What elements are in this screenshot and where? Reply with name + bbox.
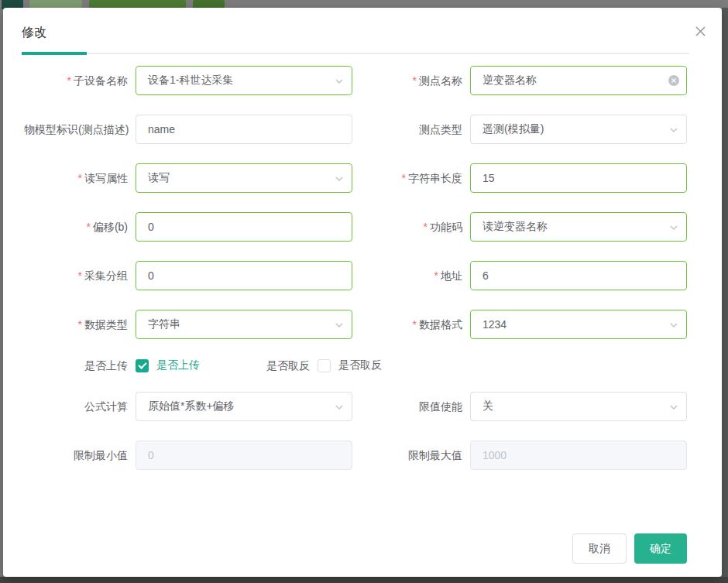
field-label: 限制最小值 — [22, 448, 136, 462]
edit-dialog: 修改 *子设备名称 设备1-科世达采集 *测点名称 — [3, 8, 722, 577]
field-label: *功能码 — [352, 220, 470, 234]
point-name-input-wrap — [470, 66, 687, 95]
chevron-down-icon — [335, 174, 344, 183]
dialog-title: 修改 — [22, 25, 46, 41]
form-row: *子设备名称 设备1-科世达采集 *测点名称 — [22, 66, 722, 95]
invert-checkbox-label[interactable]: 是否取反 — [338, 358, 382, 372]
field-label: 限值使能 — [352, 400, 470, 413]
field-label: *子设备名称 — [22, 74, 136, 87]
field-sub-device-name: *子设备名称 设备1-科世达采集 — [22, 66, 352, 95]
field-label: *偏移(b) — [22, 220, 136, 234]
field-limit-max: 限制最大值 — [352, 441, 687, 470]
dialog-footer: 取消 确定 — [572, 533, 687, 564]
field-string-length: *字符串长度 — [352, 163, 687, 193]
point-type-select[interactable]: 遥测(模拟量) — [470, 115, 687, 144]
form-row: 公式计算 原始值*系数+偏移 限值使能 关 — [22, 392, 722, 421]
field-label: 限制最大值 — [352, 448, 470, 462]
chevron-down-icon — [669, 321, 678, 330]
required-asterisk: * — [413, 318, 417, 331]
field-point-name: *测点名称 — [352, 66, 687, 95]
form-row: *采集分组 *地址 — [22, 261, 722, 290]
required-asterisk: * — [78, 318, 82, 331]
string-length-input[interactable] — [470, 163, 687, 193]
data-format-select[interactable]: 1234 — [470, 310, 687, 339]
required-asterisk: * — [424, 221, 428, 233]
field-data-type: *数据类型 字符串 — [22, 310, 352, 339]
field-label: 公式计算 — [22, 400, 136, 413]
edit-form: *子设备名称 设备1-科世达采集 *测点名称 — [3, 66, 722, 489]
field-label: 物模型标识(测点描述) — [22, 122, 136, 136]
field-label: 是否上传 — [22, 358, 136, 372]
point-name-input[interactable] — [470, 66, 687, 95]
form-row: *偏移(b) *功能码 读逆变器名称 — [22, 212, 722, 242]
chevron-down-icon — [669, 223, 678, 232]
chevron-down-icon — [335, 77, 344, 86]
form-row: 物模型标识(测点描述) 测点类型 遥测(模拟量) — [22, 115, 722, 144]
function-code-select[interactable]: 读逆变器名称 — [470, 212, 687, 242]
sub-device-name-select[interactable]: 设备1-科世达采集 — [136, 66, 352, 95]
tab-track — [22, 53, 689, 54]
required-asterisk: * — [86, 221, 90, 233]
field-label: *地址 — [352, 269, 470, 283]
field-label: *读写属性 — [22, 171, 136, 185]
chevron-down-icon — [335, 403, 344, 412]
field-address: *地址 — [352, 261, 687, 290]
active-tab-underline — [22, 52, 87, 55]
required-asterisk: * — [78, 172, 82, 184]
limit-max-input — [470, 441, 687, 470]
chevron-down-icon — [669, 403, 678, 412]
form-row: *数据类型 字符串 *数据格式 1234 — [22, 310, 722, 339]
field-invert-flag: 是否取反 是否取反 — [200, 358, 382, 372]
field-label: *数据格式 — [352, 317, 470, 331]
address-input[interactable] — [470, 261, 687, 290]
collect-group-input[interactable] — [136, 261, 352, 290]
dialog-tab-bar — [22, 52, 689, 55]
invert-checkbox-unchecked[interactable] — [318, 359, 331, 372]
field-limit-enable: 限值使能 关 — [352, 392, 687, 421]
required-asterisk: * — [434, 269, 438, 282]
form-row: 限制最小值 限制最大值 — [22, 441, 722, 470]
field-label: *字符串长度 — [352, 171, 470, 185]
field-label: *数据类型 — [22, 317, 136, 331]
form-row: 是否上传 是否上传 是否取反 是否取反 — [22, 358, 722, 372]
field-label: *测点名称 — [352, 74, 470, 87]
cancel-button[interactable]: 取消 — [572, 533, 627, 564]
upload-checkbox-label[interactable]: 是否上传 — [156, 358, 200, 372]
field-limit-min: 限制最小值 — [22, 441, 352, 470]
read-write-attr-select[interactable]: 读写 — [136, 163, 352, 193]
chevron-down-icon — [669, 125, 678, 135]
required-asterisk: * — [67, 74, 71, 87]
field-upload-flag: 是否上传 是否上传 — [22, 358, 200, 372]
required-asterisk: * — [413, 74, 417, 87]
data-type-select[interactable]: 字符串 — [136, 310, 352, 339]
field-label: 测点类型 — [352, 122, 470, 136]
model-identifier-input[interactable] — [136, 115, 352, 144]
confirm-button[interactable]: 确定 — [634, 533, 687, 564]
field-model-identifier: 物模型标识(测点描述) — [22, 115, 352, 144]
field-offset: *偏移(b) — [22, 212, 352, 242]
field-function-code: *功能码 读逆变器名称 — [352, 212, 687, 242]
field-label: *采集分组 — [22, 269, 136, 283]
field-point-type: 测点类型 遥测(模拟量) — [352, 115, 687, 144]
required-asterisk: * — [78, 269, 82, 282]
offset-input[interactable] — [136, 212, 352, 242]
form-row: *读写属性 读写 *字符串长度 — [22, 163, 722, 193]
field-read-write-attr: *读写属性 读写 — [22, 163, 352, 193]
required-asterisk: * — [402, 172, 406, 184]
field-data-format: *数据格式 1234 — [352, 310, 687, 339]
close-icon[interactable] — [692, 23, 708, 39]
field-formula: 公式计算 原始值*系数+偏移 — [22, 392, 352, 421]
background-right-strip — [722, 8, 728, 583]
field-collect-group: *采集分组 — [22, 261, 352, 290]
formula-select[interactable]: 原始值*系数+偏移 — [136, 392, 352, 421]
limit-enable-select[interactable]: 关 — [470, 392, 687, 421]
upload-checkbox-checked[interactable] — [136, 359, 149, 372]
background-bottom-strip — [0, 577, 728, 583]
limit-min-input — [136, 441, 352, 470]
chevron-down-icon — [335, 321, 344, 330]
field-label: 是否取反 — [200, 358, 318, 372]
clear-input-icon[interactable] — [668, 75, 679, 86]
